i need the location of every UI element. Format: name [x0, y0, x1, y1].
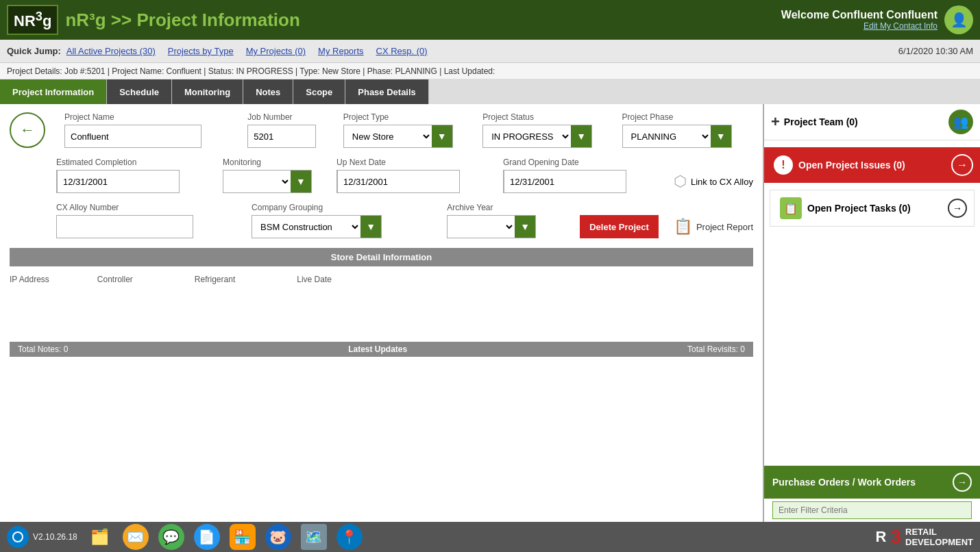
taskbar-version: V2.10.26.18: [33, 532, 77, 542]
powo-filter-input[interactable]: [772, 501, 972, 519]
powo-filter-area: [764, 499, 980, 522]
refrigerant-label: Refrigerant: [195, 275, 235, 284]
nav-all-active[interactable]: All Active Projects (30): [66, 46, 156, 56]
tab-project-information[interactable]: Project Information: [0, 79, 107, 104]
monitoring-select[interactable]: [223, 171, 291, 192]
taskbar-right: R 3 RETAILDEVELOPMENT: [876, 526, 973, 548]
project-report-label: Project Report: [696, 222, 753, 232]
cx-alloy-label: Link to CX Alloy: [691, 177, 753, 187]
nav-bar: Quick Jump: All Active Projects (30) Pro…: [0, 40, 980, 63]
estimated-completion-input[interactable]: [57, 170, 180, 193]
total-notes: Total Notes: 0: [18, 344, 68, 354]
cx-alloy-link[interactable]: ⬡ Link to CX Alloy: [674, 170, 753, 193]
job-number-label: Job Number: [247, 112, 335, 122]
taskbar-app-4[interactable]: 📄: [194, 524, 220, 550]
nav-my-reports[interactable]: My Reports: [318, 46, 363, 56]
team-icon: 👥: [948, 110, 973, 134]
grand-opening-date-label: Grand Opening Date: [503, 158, 661, 167]
project-type-select[interactable]: New Store: [344, 125, 432, 147]
taskbar-app-5[interactable]: 🏪: [230, 524, 256, 550]
archive-year-select[interactable]: [448, 216, 515, 238]
add-team-member-button[interactable]: +: [771, 113, 780, 131]
taskbar-logo-icon: [7, 526, 29, 548]
tab-notes[interactable]: Notes: [243, 79, 293, 104]
header-right: Welcome Confluent Confluent Edit My Cont…: [781, 9, 938, 31]
cx-alloy-number-input[interactable]: [56, 215, 193, 238]
app-header: NR3g nR³g >> Project Information Welcome…: [0, 0, 980, 40]
latest-updates: Latest Updates: [348, 344, 407, 354]
archive-year-label: Archive Year: [447, 203, 572, 212]
header-title: nR³g >> Project Information: [65, 10, 781, 31]
controller-label: Controller: [97, 275, 133, 284]
taskbar-app-2[interactable]: ✉️: [123, 524, 149, 550]
project-phase-dropdown-arrow[interactable]: ▼: [711, 125, 731, 147]
nav-cx-resp[interactable]: CX Resp. (0): [376, 46, 428, 56]
grand-opening-date-input[interactable]: [504, 170, 626, 193]
tab-schedule[interactable]: Schedule: [107, 79, 172, 104]
project-status-dropdown-arrow[interactable]: ▼: [571, 125, 591, 147]
logo-nrg: NR3g: [14, 9, 51, 30]
nav-projects-by-type[interactable]: Projects by Type: [168, 46, 234, 56]
project-status-label: Project Status: [482, 112, 613, 122]
tab-scope[interactable]: Scope: [293, 79, 345, 104]
open-tasks-button[interactable]: 📋 Open Project Tasks (0) →: [770, 190, 975, 227]
taskbar-app-7[interactable]: 🗺️: [301, 524, 327, 550]
delete-project-button[interactable]: Delete Project: [580, 215, 659, 238]
avatar: 👤: [944, 5, 973, 34]
tab-phase-details[interactable]: Phase Details: [345, 79, 429, 104]
r3-logo: R: [876, 528, 887, 546]
open-tasks-arrow: →: [948, 199, 967, 218]
cx-alloy-number-label: CX Alloy Number: [56, 203, 243, 212]
up-next-date-input[interactable]: [337, 170, 460, 193]
project-phase-select[interactable]: PLANNING: [623, 125, 711, 147]
company-grouping-dropdown-arrow[interactable]: ▼: [360, 216, 381, 238]
store-detail-section-header: Store Detail Information: [10, 248, 753, 266]
welcome-text: Welcome Confluent Confluent: [781, 9, 938, 21]
ip-address-label: IP Address: [10, 275, 49, 284]
company-grouping-select[interactable]: BSM Construction: [252, 216, 360, 238]
taskbar: V2.10.26.18 🗂️ ✉️ 💬 📄 🏪 🐷 🗺️ 📍 R 3 RETAI…: [0, 522, 980, 552]
taskbar-app-8[interactable]: 📍: [336, 524, 363, 550]
project-report-link[interactable]: 📋 Project Report: [674, 215, 753, 238]
project-name-input[interactable]: [64, 125, 201, 148]
cx-alloy-icon: ⬡: [674, 173, 687, 190]
tasks-icon: 📋: [780, 197, 802, 219]
project-name-label: Project Name: [64, 112, 239, 122]
powo-arrow: →: [953, 473, 972, 492]
powo-button[interactable]: Purchase Orders / Work Orders →: [764, 466, 980, 499]
back-button[interactable]: ←: [10, 112, 45, 148]
open-issues-arrow: →: [951, 154, 973, 176]
company-grouping-label: Company Grouping: [252, 203, 439, 212]
right-sidebar: + Project Team (0) 👥 ! Open Project Issu…: [764, 104, 980, 522]
total-revisits: Total Revisits: 0: [687, 344, 745, 354]
sidebar-project-team-header: + Project Team (0) 👥: [764, 104, 980, 140]
tab-monitoring[interactable]: Monitoring: [172, 79, 243, 104]
project-phase-label: Project Phase: [622, 112, 753, 122]
taskbar-app-1[interactable]: 🗂️: [87, 524, 113, 550]
open-issues-button[interactable]: ! Open Project Issues (0) →: [764, 147, 980, 183]
taskbar-app-3[interactable]: 💬: [158, 524, 184, 550]
archive-year-dropdown-arrow[interactable]: ▼: [515, 216, 535, 238]
tab-bar: Project Information Schedule Monitoring …: [0, 79, 980, 104]
open-tasks-label: Open Project Tasks (0): [807, 203, 942, 214]
live-date-label: Live Date: [297, 275, 332, 284]
quick-jump-label: Quick Jump:: [7, 46, 61, 56]
nav-datetime: 6/1/2020 10:30 AM: [898, 46, 973, 56]
project-type-dropdown-arrow[interactable]: ▼: [432, 125, 452, 147]
job-number-input[interactable]: [247, 125, 316, 148]
open-issues-label: Open Project Issues (0): [798, 160, 905, 171]
monitoring-dropdown-arrow[interactable]: ▼: [291, 171, 311, 192]
project-details-bar: Project Details: Job #:5201 | Project Na…: [0, 63, 980, 79]
edit-contact-link[interactable]: Edit My Contact Info: [781, 21, 938, 31]
footer-info-bar: Total Notes: 0 Latest Updates Total Revi…: [10, 342, 753, 357]
project-type-label: Project Type: [343, 112, 474, 122]
project-report-icon: 📋: [674, 218, 692, 236]
nav-my-projects[interactable]: My Projects (0): [246, 46, 306, 56]
store-detail-row: IP Address Controller Refrigerant Live D…: [10, 272, 753, 287]
up-next-date-label: Up Next Date: [336, 158, 495, 167]
taskbar-app-6[interactable]: 🐷: [265, 524, 291, 550]
powo-label: Purchase Orders / Work Orders: [772, 477, 953, 488]
project-status-select[interactable]: IN PROGRESS: [483, 125, 571, 147]
logo-box: NR3g: [7, 5, 58, 34]
retail-dev-label: RETAILDEVELOPMENT: [905, 527, 973, 547]
